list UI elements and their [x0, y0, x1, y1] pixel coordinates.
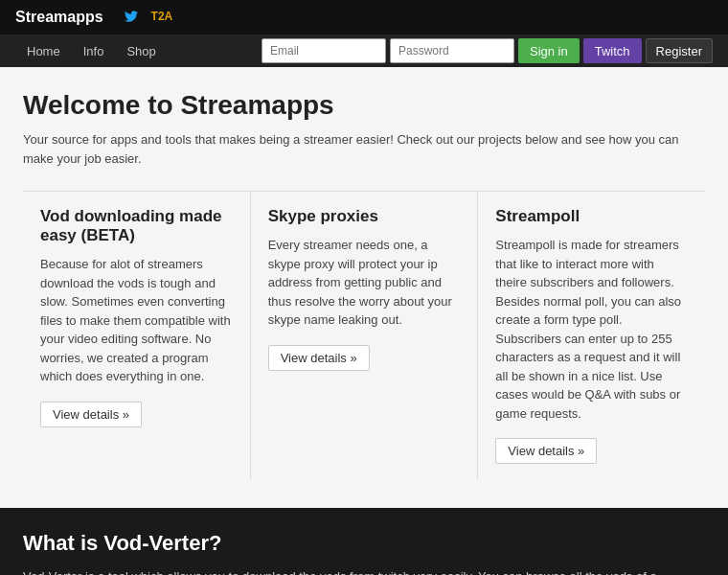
email-input[interactable] [262, 38, 386, 63]
register-button[interactable]: Register [646, 38, 713, 63]
card-streampoll-title: Streampoll [495, 207, 688, 226]
t2a-icon: T2A [151, 10, 171, 25]
streampoll-view-details-button[interactable]: View details » [495, 438, 597, 464]
nav-info[interactable]: Info [72, 36, 116, 66]
vod-view-details-button[interactable]: View details » [40, 402, 142, 427]
cards-row: Vod downloading made easy (BETA) Because… [23, 191, 705, 479]
nav-shop[interactable]: Shop [115, 36, 167, 66]
site-title: Streamapps [15, 9, 103, 26]
card-vod-text: Because for alot of streamers download t… [40, 255, 233, 386]
signin-button[interactable]: Sign in [518, 38, 580, 63]
password-input[interactable] [390, 38, 514, 63]
nav-links: Home Info Shop [15, 36, 262, 66]
main-subtitle: Your source for apps and tools that make… [23, 130, 705, 168]
card-streampoll-text: Streampoll is made for streamers that li… [495, 236, 688, 423]
lower-text-1: Vod-Verter is a tool which allows you to… [23, 567, 705, 575]
card-skype: Skype proxies Every streamer needs one, … [251, 192, 479, 479]
lower-title: What is Vod-Verter? [23, 531, 705, 556]
card-skype-text: Every streamer needs one, a skype proxy … [268, 236, 461, 330]
card-skype-title: Skype proxies [268, 207, 461, 226]
header: Streamapps T2A [0, 0, 728, 34]
navbar: Home Info Shop Sign in Twitch Register [0, 34, 728, 67]
main-section: Welcome to Streamapps Your source for ap… [0, 67, 728, 508]
lower-section: What is Vod-Verter? Vod-Verter is a tool… [0, 508, 728, 575]
card-vod-title: Vod downloading made easy (BETA) [40, 207, 233, 245]
main-title: Welcome to Streamapps [23, 90, 705, 121]
card-streampoll: Streampoll Streampoll is made for stream… [478, 192, 705, 479]
nav-home[interactable]: Home [15, 36, 72, 66]
card-vod: Vod downloading made easy (BETA) Because… [23, 192, 251, 479]
twitter-icon [123, 10, 142, 25]
twitch-button[interactable]: Twitch [583, 38, 642, 63]
nav-auth: Sign in Twitch Register [262, 38, 713, 63]
skype-view-details-button[interactable]: View details » [268, 345, 370, 371]
